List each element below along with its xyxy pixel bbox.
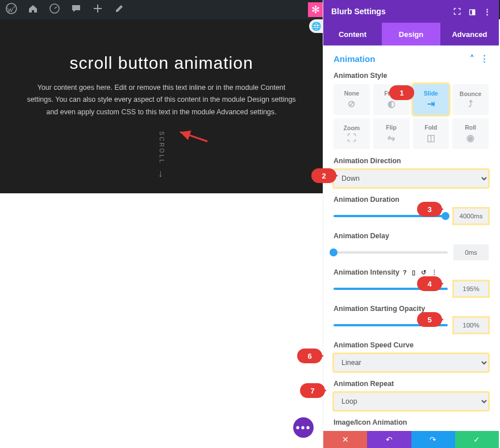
scroll-text: SCROLL [159, 131, 165, 164]
help-icon: ? [403, 269, 407, 276]
direction-select[interactable]: Down [334, 169, 489, 188]
confirm-button[interactable]: ✓ [455, 431, 499, 448]
dashboard-icon[interactable] [49, 3, 60, 16]
opt-more-icon: ⋮ [431, 269, 438, 276]
asterisk-badge[interactable]: ✻ [308, 2, 323, 17]
section-title: Animation [334, 54, 375, 64]
device-icon: ▯ [412, 269, 415, 276]
preview-stage: 🌐 scroll button animation Your content g… [0, 19, 323, 448]
hero-body: Your content goes here. Edit or remove t… [25, 82, 298, 118]
more-icon[interactable]: ⋮ [484, 7, 491, 16]
wp-logo-icon[interactable] [6, 3, 17, 16]
panel-body: Animation ˄⋮ Animation Style None⊘ Fade◐… [323, 45, 499, 448]
redo-button[interactable]: ↷ [411, 431, 455, 448]
tab-advanced[interactable]: Advanced [440, 23, 499, 45]
style-none[interactable]: None⊘ [334, 84, 370, 115]
annotation-arrow-icon [176, 122, 211, 152]
tabs: Content Design Advanced [323, 23, 499, 45]
label-style: Animation Style [334, 72, 489, 80]
undo-button[interactable]: ↶ [367, 431, 411, 448]
comments-icon[interactable] [70, 3, 82, 16]
callout-5: 5 [417, 312, 442, 327]
style-slide[interactable]: Slide⇥ [413, 84, 449, 115]
section-header[interactable]: Animation ˄⋮ [334, 53, 489, 64]
callout-3: 3 [417, 202, 442, 217]
settings-panel: Blurb Settings ⛶ ◨ ⋮ Content Design Adva… [323, 0, 499, 448]
arrow-down-icon: ↓ [158, 168, 165, 179]
tab-design[interactable]: Design [382, 23, 440, 45]
label-duration: Animation Duration [334, 196, 489, 204]
chevron-up-icon[interactable]: ˄ [470, 53, 474, 64]
bounce-icon: ⤴ [468, 99, 473, 109]
zoom-icon: ⛶ [347, 133, 356, 143]
callout-1: 1 [389, 85, 414, 100]
layout-icon[interactable]: ◨ [469, 7, 476, 16]
repeat-select[interactable]: Loop [334, 392, 489, 410]
style-fold[interactable]: Fold◫ [413, 118, 449, 149]
globe-icon[interactable]: 🌐 [309, 19, 323, 33]
delay-value[interactable]: 0ms [453, 244, 489, 260]
delay-slider[interactable] [334, 251, 448, 254]
reset-icon: ↺ [421, 269, 426, 276]
roll-icon: ◉ [466, 132, 474, 143]
flip-icon: ⇋ [388, 132, 395, 143]
scroll-indicator: SCROLL ↓ [158, 131, 165, 180]
none-icon: ⊘ [348, 98, 355, 109]
opacity-value[interactable]: 100% [453, 317, 489, 333]
label-repeat: Animation Repeat [334, 380, 489, 388]
style-zoom[interactable]: Zoom⛶ [334, 118, 370, 149]
add-icon[interactable] [92, 3, 103, 16]
style-roll[interactable]: Roll◉ [452, 118, 489, 149]
callout-6: 6 [297, 349, 322, 363]
cancel-button[interactable]: ✕ [323, 431, 367, 448]
label-imgicon: Image/Icon Animation [334, 418, 489, 426]
callout-4: 4 [417, 276, 442, 291]
label-delay: Animation Delay [334, 232, 489, 240]
scan-icon[interactable]: ⛶ [453, 7, 461, 16]
panel-title: Blurb Settings [331, 7, 386, 16]
fold-icon: ◫ [427, 132, 435, 143]
panel-header: Blurb Settings ⛶ ◨ ⋮ [323, 0, 499, 23]
tab-content[interactable]: Content [323, 23, 382, 45]
label-curve: Animation Speed Curve [334, 341, 489, 349]
label-opacity: Animation Starting Opacity [334, 305, 489, 313]
curve-select[interactable]: Linear [334, 354, 489, 372]
hero-module: 🌐 scroll button animation Your content g… [0, 19, 323, 193]
section-more-icon[interactable]: ⋮ [480, 53, 489, 64]
intensity-value[interactable]: 195% [453, 281, 489, 297]
panel-footer: ✕ ↶ ↷ ✓ [323, 431, 499, 448]
style-bounce[interactable]: Bounce⤴ [452, 84, 489, 115]
edit-icon[interactable] [114, 3, 125, 16]
svg-line-2 [180, 126, 207, 148]
divi-fab[interactable]: ••• [293, 417, 314, 438]
hero-title: scroll button animation [23, 53, 300, 73]
duration-value[interactable]: 4000ms [453, 208, 489, 224]
style-flip[interactable]: Flip⇋ [373, 118, 410, 149]
callout-2: 2 [311, 168, 336, 183]
fade-icon: ◐ [388, 98, 395, 109]
callout-7: 7 [300, 383, 325, 398]
label-direction: Animation Direction [334, 157, 489, 165]
slide-icon: ⇥ [427, 98, 435, 109]
home-icon[interactable] [27, 3, 39, 16]
label-intensity: Animation Intensity? ▯ ↺ ⋮ [334, 268, 489, 276]
